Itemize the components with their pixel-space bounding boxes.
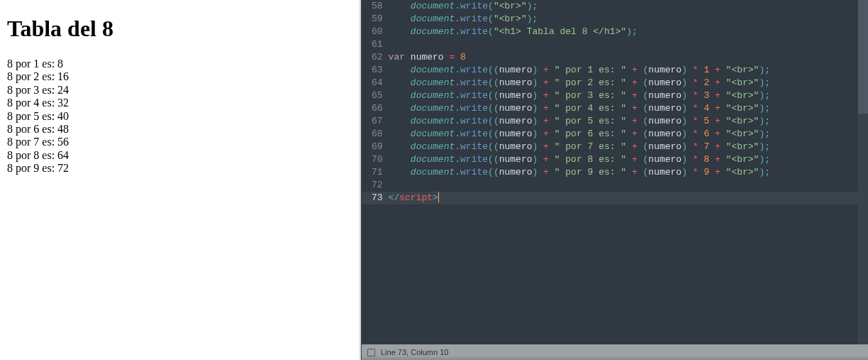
- line-number: 60: [372, 26, 383, 38]
- line-number: 64: [372, 77, 383, 89]
- line-number: 69: [372, 141, 383, 153]
- scroll-thumb[interactable]: [858, 0, 868, 114]
- line-number: 65: [372, 89, 383, 102]
- vertical-scrollbar[interactable]: [858, 0, 868, 344]
- code-line[interactable]: document.write((numero) + " por 2 es: " …: [389, 77, 868, 89]
- line-number: 66: [372, 102, 383, 115]
- code-line[interactable]: document.write((numero) + " por 1 es: " …: [389, 64, 868, 77]
- line-number: 63: [372, 64, 383, 77]
- line-number: 73: [362, 192, 389, 204]
- output-line: 8 por 9 es: 72: [7, 162, 354, 175]
- line-number: 59: [372, 13, 383, 26]
- code-line[interactable]: document.write("<br>");: [389, 13, 868, 26]
- code-line[interactable]: document.write((numero) + " por 9 es: " …: [389, 166, 868, 179]
- code-line[interactable]: document.write((numero) + " por 5 es: " …: [389, 115, 868, 128]
- editor-body[interactable]: 58596061626364656667686970717273 documen…: [362, 0, 868, 344]
- output-line: 8 por 7 es: 56: [7, 136, 354, 148]
- line-number: 61: [372, 38, 383, 51]
- line-number: 68: [372, 128, 383, 141]
- browser-output-pane: Tabla del 8 8 por 1 es: 88 por 2 es: 168…: [0, 0, 361, 360]
- line-number: 71: [372, 166, 383, 179]
- output-line: 8 por 8 es: 64: [7, 149, 354, 162]
- code-line[interactable]: [389, 38, 868, 51]
- cursor-position-status: Line 73, Column 10: [381, 348, 448, 356]
- line-number: 62: [372, 51, 383, 64]
- code-line[interactable]: document.write((numero) + " por 3 es: " …: [389, 89, 868, 102]
- line-number: 70: [372, 153, 383, 166]
- code-line[interactable]: </script>: [389, 192, 868, 204]
- page-title: Tabla del 8: [7, 16, 354, 42]
- line-number-gutter: 58596061626364656667686970717273: [362, 0, 389, 344]
- output-line: 8 por 2 es: 16: [7, 70, 354, 83]
- code-line[interactable]: document.write("<h1> Tabla del 8 </h1>")…: [389, 26, 868, 38]
- code-line[interactable]: document.write((numero) + " por 8 es: " …: [389, 153, 868, 166]
- line-number: 58: [372, 0, 383, 13]
- code-area[interactable]: document.write("<br>"); document.write("…: [389, 0, 868, 344]
- code-line[interactable]: [389, 179, 868, 192]
- output-line: 8 por 6 es: 48: [7, 123, 354, 136]
- line-number: 67: [372, 115, 383, 128]
- output-line: 8 por 5 es: 40: [7, 110, 354, 123]
- code-line[interactable]: var numero = 8: [389, 51, 868, 64]
- code-line[interactable]: document.write("<br>");: [389, 0, 868, 13]
- text-cursor: [438, 192, 439, 202]
- code-line[interactable]: document.write((numero) + " por 6 es: " …: [389, 128, 868, 141]
- output-line: 8 por 1 es: 8: [7, 58, 354, 70]
- output-lines: 8 por 1 es: 88 por 2 es: 168 por 3 es: 2…: [7, 58, 354, 175]
- line-number: 72: [372, 179, 383, 192]
- output-line: 8 por 4 es: 32: [7, 97, 354, 109]
- panel-icon[interactable]: [367, 349, 375, 356]
- code-line[interactable]: document.write((numero) + " por 7 es: " …: [389, 141, 868, 153]
- code-editor-pane: 58596061626364656667686970717273 documen…: [361, 0, 868, 360]
- status-bar: Line 73, Column 10: [362, 344, 868, 360]
- code-line[interactable]: document.write((numero) + " por 4 es: " …: [389, 102, 868, 115]
- output-line: 8 por 3 es: 24: [7, 84, 354, 97]
